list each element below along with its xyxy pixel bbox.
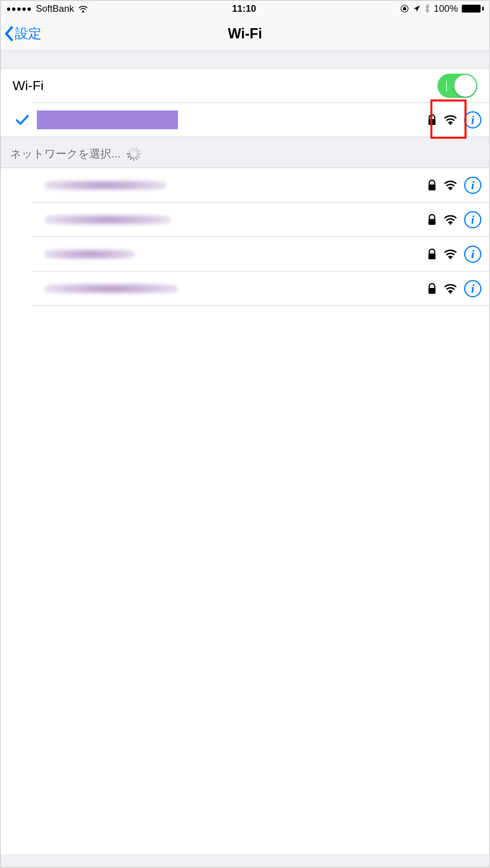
info-button[interactable]: i: [464, 280, 481, 297]
wifi-toggle[interactable]: [437, 74, 477, 98]
checkmark-icon: [15, 114, 29, 126]
wifi-toggle-row: Wi-Fi: [1, 68, 489, 103]
battery-percent: 100%: [434, 3, 458, 14]
network-name-redacted: [45, 249, 135, 260]
carrier-label: SoftBank: [36, 3, 74, 14]
network-row[interactable]: i: [1, 271, 489, 306]
svg-point-9: [450, 257, 452, 259]
chevron-left-icon: [4, 26, 15, 42]
networks-list: i i i: [1, 168, 489, 306]
wifi-signal-icon: [444, 215, 457, 225]
network-name-redacted: [45, 283, 178, 294]
svg-point-7: [450, 223, 452, 225]
connected-network-name-redacted: [37, 110, 178, 129]
network-name-redacted: [45, 180, 166, 191]
info-button[interactable]: i: [464, 211, 481, 228]
svg-point-3: [450, 123, 452, 125]
lock-icon: [427, 179, 437, 191]
wifi-signal-icon: [444, 180, 457, 190]
info-button[interactable]: i: [464, 246, 481, 263]
nav-bar: 設定 Wi-Fi: [1, 16, 489, 51]
location-icon: [413, 5, 421, 13]
network-name-redacted: [45, 214, 170, 225]
status-bar: ●●●●● SoftBank 11:10: [1, 1, 489, 16]
svg-rect-4: [428, 184, 436, 190]
svg-rect-8: [428, 253, 436, 259]
info-button[interactable]: i: [464, 177, 481, 194]
spinner-icon: [127, 147, 141, 161]
info-button[interactable]: i: [464, 111, 481, 128]
svg-point-11: [450, 292, 452, 294]
wifi-toggle-label: Wi-Fi: [13, 78, 44, 93]
battery-icon: [462, 5, 484, 13]
nav-back-label: 設定: [15, 25, 42, 43]
svg-point-5: [450, 188, 452, 190]
lock-icon: [427, 214, 437, 226]
wifi-icon: [78, 5, 88, 13]
nav-back-button[interactable]: 設定: [4, 16, 42, 51]
wifi-signal-icon: [444, 115, 457, 125]
wifi-signal-icon: [444, 249, 457, 259]
status-time: 11:10: [232, 3, 256, 14]
svg-rect-2: [428, 119, 436, 125]
networks-section-header: ネットワークを選択...: [1, 137, 489, 168]
network-row[interactable]: i: [1, 203, 489, 237]
orientation-lock-icon: [400, 4, 409, 13]
lock-icon: [427, 283, 437, 295]
svg-rect-10: [428, 288, 436, 294]
lock-icon: [427, 248, 437, 260]
network-row[interactable]: i: [1, 168, 489, 203]
empty-area: [1, 306, 489, 854]
nav-title: Wi-Fi: [228, 25, 262, 42]
wifi-signal-icon: [444, 284, 457, 294]
svg-rect-6: [428, 219, 436, 225]
lock-icon: [427, 114, 437, 126]
networks-header-label: ネットワークを選択...: [10, 146, 120, 161]
cell-signal-icon: ●●●●●: [6, 4, 32, 13]
network-row[interactable]: i: [1, 237, 489, 271]
bluetooth-icon: [425, 4, 430, 13]
svg-point-0: [82, 11, 84, 12]
connected-network-row[interactable]: i: [1, 103, 489, 137]
